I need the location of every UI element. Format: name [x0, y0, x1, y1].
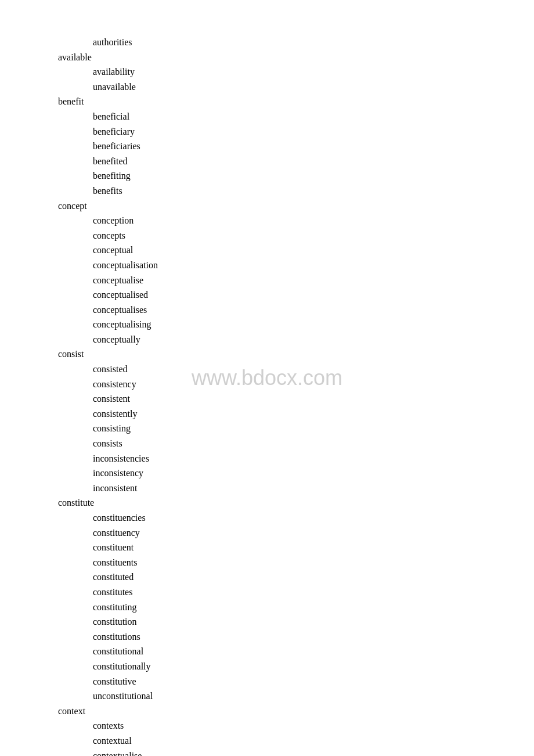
child-word: conceptualising [93, 317, 534, 332]
child-word: benefits [93, 183, 534, 199]
child-word: conceptualised [93, 287, 534, 303]
child-word: conceptualisation [93, 258, 534, 273]
child-word: constitutional [93, 644, 534, 659]
root-word: concept [58, 199, 534, 214]
child-word: consisted [93, 362, 534, 377]
child-word: beneficiaries [93, 139, 534, 154]
child-word: constituent [93, 540, 534, 555]
root-word: available [58, 50, 534, 65]
child-word: consistency [93, 377, 534, 392]
child-word: consistently [93, 406, 534, 422]
child-word: constitutionally [93, 659, 534, 674]
child-word: beneficial [93, 109, 534, 124]
child-word: constituents [93, 555, 534, 570]
child-word: conceptually [93, 332, 534, 347]
child-word: benefited [93, 154, 534, 169]
child-word: constituted [93, 570, 534, 585]
child-word: consisting [93, 421, 534, 436]
child-word: contexts [93, 718, 534, 733]
child-word: conception [93, 213, 534, 228]
child-word: contextual [93, 733, 534, 748]
child-word: inconsistencies [93, 451, 534, 466]
child-word: constitutes [93, 585, 534, 600]
child-word: inconsistency [93, 466, 534, 481]
root-word: consist [58, 347, 534, 362]
child-word: unconstitutional [93, 689, 534, 704]
child-word: constitutive [93, 674, 534, 689]
child-word: conceptualises [93, 303, 534, 318]
child-word: authorities [93, 35, 534, 50]
child-word: inconsistent [93, 481, 534, 496]
child-word: conceptual [93, 243, 534, 258]
child-word: constituting [93, 600, 534, 615]
child-word: consists [93, 436, 534, 451]
child-word: constituencies [93, 510, 534, 525]
child-word: consistent [93, 391, 534, 406]
child-word: contextualise [93, 748, 534, 757]
child-word: benefiting [93, 168, 534, 183]
child-word: constitutions [93, 629, 534, 645]
child-word: beneficiary [93, 124, 534, 139]
word-list: authoritiesavailableavailabilityunavaila… [0, 35, 534, 756]
child-word: concepts [93, 228, 534, 243]
root-word: benefit [58, 94, 534, 109]
child-word: conceptualise [93, 273, 534, 288]
child-word: constituency [93, 525, 534, 541]
child-word: constitution [93, 614, 534, 629]
child-word: availability [93, 64, 534, 80]
child-word: unavailable [93, 80, 534, 95]
root-word: constitute [58, 495, 534, 510]
root-word: context [58, 704, 534, 719]
